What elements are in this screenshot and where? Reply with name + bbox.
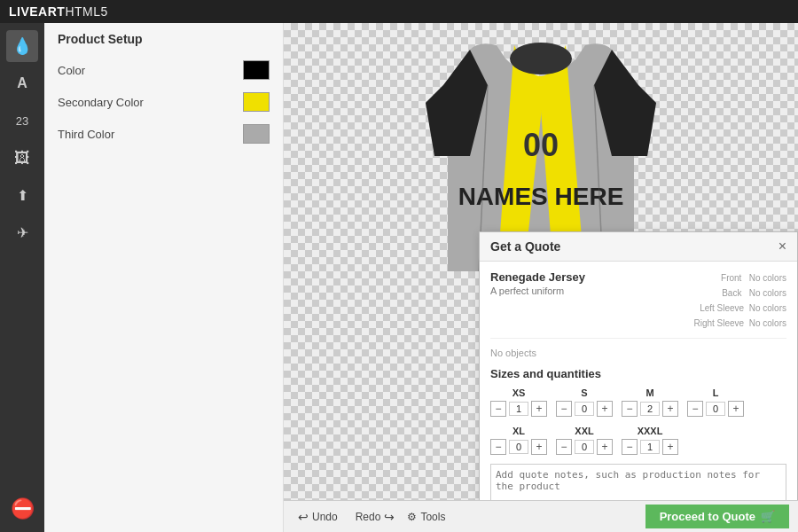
proceed-label: Proceed to Quote bbox=[660, 510, 755, 523]
quote-modal-title: Get a Quote bbox=[490, 239, 560, 254]
s-value: 0 bbox=[575, 402, 594, 416]
upload-tool[interactable]: ⬆ bbox=[6, 179, 38, 211]
close-tool-icon: ⛔ bbox=[11, 497, 35, 520]
undo-label: Undo bbox=[312, 511, 338, 523]
front-colors: Front No colors bbox=[693, 270, 786, 286]
redo-label: Redo bbox=[356, 511, 381, 523]
product-desc: A perfect uniform bbox=[490, 286, 585, 296]
sizes-section: Sizes and quantities XS − 1 + bbox=[490, 367, 786, 455]
color-swatch-primary[interactable] bbox=[243, 60, 270, 80]
send-tool[interactable]: ✈ bbox=[6, 216, 38, 248]
main-layout: 💧 A 23 🖼 ⬆ ✈ ⛔ Product Setup Color Secon… bbox=[0, 23, 798, 532]
xl-value: 0 bbox=[509, 440, 528, 454]
xs-increment[interactable]: + bbox=[531, 401, 547, 417]
canvas-area[interactable]: 00 NAMES HERE Front Back Get a Quote × bbox=[284, 23, 798, 500]
quote-notes-input[interactable] bbox=[490, 464, 786, 500]
undo-button[interactable]: ↩ Undo bbox=[293, 507, 343, 527]
l-increment[interactable]: + bbox=[728, 401, 744, 417]
send-tool-icon: ✈ bbox=[17, 224, 28, 241]
m-value: 2 bbox=[640, 402, 660, 416]
xxxl-increment[interactable]: + bbox=[662, 439, 678, 455]
app-brand: LIVEARTHTML5 bbox=[9, 4, 108, 19]
color-label-primary: Color bbox=[58, 64, 243, 77]
quote-product-colors: Front No colors Back No colors Left Slee… bbox=[693, 270, 786, 331]
color-label-secondary: Secondary Color bbox=[58, 96, 243, 109]
color-label-third: Third Color bbox=[58, 128, 243, 141]
number-tool-icon: 23 bbox=[16, 114, 28, 128]
xl-decrement[interactable]: − bbox=[490, 439, 506, 455]
toolbar-left: ↩ Undo Redo ↪ ⚙ Tools bbox=[293, 507, 445, 527]
image-tool-icon: 🖼 bbox=[14, 149, 30, 168]
size-l: L − 0 + bbox=[687, 387, 744, 417]
text-tool-icon: A bbox=[17, 75, 27, 91]
color-swatch-secondary[interactable] bbox=[243, 92, 270, 112]
quote-modal-header: Get a Quote × bbox=[480, 232, 797, 262]
color-tool[interactable]: 💧 bbox=[6, 30, 38, 62]
xs-value: 1 bbox=[509, 402, 528, 416]
color-tool-icon: 💧 bbox=[12, 36, 32, 56]
redo-icon: ↪ bbox=[384, 510, 395, 524]
icon-toolbar: 💧 A 23 🖼 ⬆ ✈ ⛔ bbox=[0, 23, 44, 532]
size-xxl: XXL − 0 + bbox=[556, 426, 613, 455]
no-objects-label: No objects bbox=[490, 348, 786, 358]
close-tool[interactable]: ⛔ bbox=[6, 493, 38, 525]
xxxl-decrement[interactable]: − bbox=[622, 439, 638, 455]
color-row-third: Third Color bbox=[58, 124, 270, 144]
tools-label: Tools bbox=[420, 511, 445, 523]
quote-modal: Get a Quote × Renegade Jersey A perfect … bbox=[479, 231, 798, 500]
quote-modal-body: Renegade Jersey A perfect uniform Front … bbox=[480, 262, 797, 500]
svg-text:00: 00 bbox=[523, 127, 559, 163]
undo-icon: ↩ bbox=[298, 510, 309, 524]
xl-increment[interactable]: + bbox=[531, 439, 547, 455]
s-increment[interactable]: + bbox=[597, 401, 613, 417]
svg-point-0 bbox=[510, 43, 572, 74]
quote-product-section: Renegade Jersey A perfect uniform Front … bbox=[490, 270, 786, 339]
size-m: M − 2 + bbox=[622, 387, 678, 417]
product-name: Renegade Jersey bbox=[490, 270, 585, 284]
image-tool[interactable]: 🖼 bbox=[6, 142, 38, 174]
color-row-primary: Color bbox=[58, 60, 270, 80]
size-xs: XS − 1 + bbox=[490, 387, 547, 417]
xs-decrement[interactable]: − bbox=[490, 401, 506, 417]
m-increment[interactable]: + bbox=[662, 401, 678, 417]
xxl-increment[interactable]: + bbox=[597, 439, 613, 455]
quote-product-info: Renegade Jersey A perfect uniform bbox=[490, 270, 585, 331]
top-bar: LIVEARTHTML5 bbox=[0, 0, 798, 23]
l-decrement[interactable]: − bbox=[687, 401, 703, 417]
right-sleeve-colors: Right Sleeve No colors bbox=[693, 316, 786, 331]
cart-icon: 🛒 bbox=[761, 510, 775, 523]
size-s: S − 0 + bbox=[556, 387, 613, 417]
l-value: 0 bbox=[706, 402, 725, 416]
number-tool[interactable]: 23 bbox=[6, 105, 38, 137]
s-decrement[interactable]: − bbox=[556, 401, 572, 417]
xxl-value: 0 bbox=[575, 440, 594, 454]
sizes-grid: XS − 1 + S − bbox=[490, 387, 786, 455]
back-colors: Back No colors bbox=[693, 286, 786, 301]
proceed-to-quote-button[interactable]: Proceed to Quote 🛒 bbox=[645, 505, 789, 528]
left-panel: Product Setup Color Secondary Color Thir… bbox=[44, 23, 284, 532]
xxl-decrement[interactable]: − bbox=[556, 439, 572, 455]
panel-title: Product Setup bbox=[58, 32, 270, 46]
tools-button[interactable]: ⚙ Tools bbox=[407, 511, 445, 523]
size-xxxl: XXXL − 1 + bbox=[622, 426, 678, 455]
text-tool[interactable]: A bbox=[6, 67, 38, 99]
color-row-secondary: Secondary Color bbox=[58, 92, 270, 112]
color-swatch-third[interactable] bbox=[243, 124, 270, 144]
m-decrement[interactable]: − bbox=[622, 401, 638, 417]
modal-close-button[interactable]: × bbox=[778, 239, 786, 254]
sizes-title: Sizes and quantities bbox=[490, 367, 786, 380]
redo-button[interactable]: Redo ↪ bbox=[350, 507, 401, 527]
gear-icon: ⚙ bbox=[407, 511, 417, 523]
xxxl-value: 1 bbox=[640, 440, 660, 454]
left-sleeve-colors: Left Sleeve No colors bbox=[693, 301, 786, 316]
upload-tool-icon: ⬆ bbox=[17, 187, 28, 204]
size-xl: XL − 0 + bbox=[490, 426, 547, 455]
bottom-toolbar: ↩ Undo Redo ↪ ⚙ Tools Proceed to Quote 🛒 bbox=[284, 500, 798, 532]
